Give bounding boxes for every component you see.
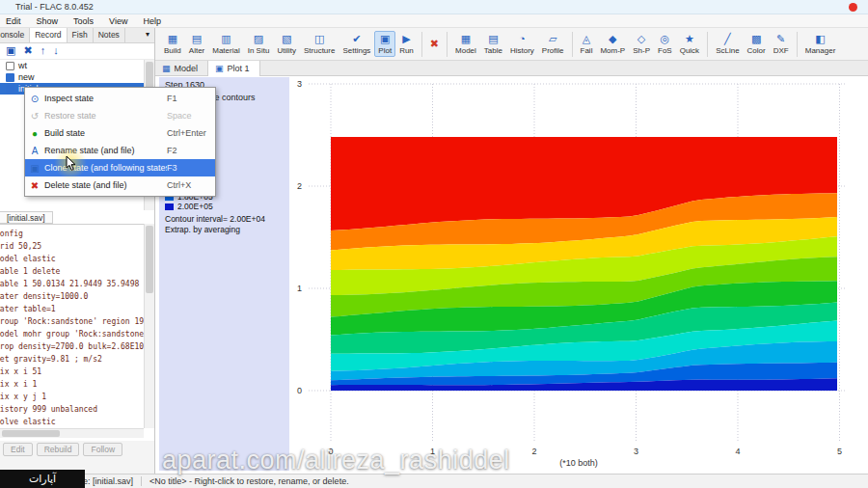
toolbar-item[interactable]: ★ Quick bbox=[676, 31, 703, 57]
svg-text:2: 2 bbox=[531, 447, 536, 456]
toolbar-item[interactable]: ◇ Sh-P bbox=[629, 31, 654, 57]
contour-plot: 0123450123(*10 both) bbox=[289, 76, 864, 474]
mouse-cursor-icon bbox=[66, 156, 79, 172]
material-mode-icon: ▥ bbox=[221, 33, 231, 45]
tree-row[interactable]: new bbox=[0, 71, 144, 83]
record-indicator-icon bbox=[849, 3, 857, 12]
toolbar-item[interactable]: ◎ FoS bbox=[654, 31, 676, 57]
svg-text:2: 2 bbox=[297, 181, 302, 191]
plot-pane: Step 1630 Pore pressure contours 0.00E+0… bbox=[155, 76, 868, 474]
momp-plot-icon: ◆ bbox=[609, 33, 616, 45]
toolbar-item[interactable]: ▦ Model bbox=[451, 31, 480, 57]
code-line: config bbox=[0, 228, 144, 240]
code-line: set gravity=9.81 ; m/s2 bbox=[0, 353, 144, 366]
toolbar-item[interactable]: ▤ Table bbox=[480, 31, 506, 57]
plot-tab-icon: ▣ bbox=[215, 64, 224, 73]
build-mode-icon: ▦ bbox=[168, 33, 177, 45]
plot-tab-icon: ▦ bbox=[162, 64, 171, 73]
svg-text:0: 0 bbox=[297, 386, 302, 395]
panel-tab[interactable]: Notes bbox=[94, 28, 125, 42]
menu-item[interactable]: Edit bbox=[6, 16, 21, 26]
toolbar-item[interactable]: ◬ Fail bbox=[577, 31, 597, 57]
insitu-mode-icon: ▨ bbox=[254, 33, 263, 45]
context-menu-item[interactable]: ↺ Restore state Space bbox=[25, 107, 215, 124]
menu-item[interactable]: Tools bbox=[73, 16, 94, 26]
delete-icon: ✖ bbox=[25, 180, 44, 191]
legend-swatch bbox=[165, 203, 174, 210]
context-menu-item[interactable]: ● Build state Ctrl+Enter bbox=[25, 124, 215, 142]
plot-mode-icon: ▣ bbox=[380, 33, 390, 45]
code-line: model mohr group 'Rock:sandstone' bbox=[0, 328, 144, 340]
window-title: Trial - FLAC 8.0.452 bbox=[15, 2, 94, 12]
toolbar-item[interactable]: ▨ In Situ bbox=[244, 31, 274, 57]
code-scrollbar[interactable] bbox=[144, 224, 154, 428]
fail-plot-icon: ◬ bbox=[583, 33, 590, 45]
plot-tab-bar: ▦ Model ▣ Plot 1 bbox=[155, 61, 868, 76]
move-up-icon[interactable]: ↑ bbox=[41, 45, 46, 56]
panel-tab[interactable]: Fish bbox=[68, 28, 94, 42]
code-line: table 1 delete bbox=[0, 265, 144, 278]
legend-note: Extrap. by averaging bbox=[165, 225, 289, 235]
menu-bar: EditShowToolsViewHelp bbox=[0, 14, 868, 28]
svg-text:3: 3 bbox=[634, 447, 638, 456]
delete-icon[interactable]: ✖ bbox=[23, 45, 32, 56]
dxf-icon: ✎ bbox=[776, 33, 785, 45]
rename-icon: A bbox=[25, 146, 44, 156]
run-mode-icon: ▶ bbox=[402, 33, 410, 45]
restore-icon: ↺ bbox=[25, 111, 44, 122]
context-menu-item[interactable]: A Rename state (and file) F2 bbox=[25, 142, 215, 159]
settings-mode-icon: ✔ bbox=[352, 33, 361, 45]
toolbar-item[interactable]: ◆ Mom-P bbox=[596, 31, 629, 57]
toolbar-item[interactable]: ◔ History bbox=[506, 31, 538, 57]
structure-mode-icon: ◫ bbox=[314, 33, 324, 45]
svg-text:1: 1 bbox=[297, 284, 302, 293]
code-line: water table=1 bbox=[0, 303, 144, 315]
toolbar-item[interactable]: ▦ Build bbox=[160, 31, 185, 57]
record-button[interactable]: Rebuild bbox=[37, 443, 80, 456]
toolbar-item[interactable]: ✖ bbox=[426, 36, 443, 53]
file-tab[interactable]: [initial.sav] bbox=[0, 211, 53, 224]
svg-text:(*10 both): (*10 both) bbox=[559, 458, 598, 468]
toolbar-item[interactable]: ▣ Plot bbox=[374, 31, 395, 57]
plot-tab[interactable]: ▦ Model bbox=[155, 61, 208, 76]
menu-item[interactable]: Help bbox=[143, 16, 161, 26]
panel-tab[interactable]: Record bbox=[30, 28, 67, 42]
legend-level: 2.00E+05 bbox=[165, 202, 289, 211]
record-code-view[interactable]: configgrid 50,25model elastictable 1 del… bbox=[0, 224, 144, 428]
state-icon bbox=[6, 73, 14, 82]
code-line: history 999 unbalanced bbox=[0, 403, 144, 416]
tab-overflow-arrow-icon[interactable]: ▾ bbox=[143, 28, 152, 41]
toolbar-item[interactable]: ✔ Settings bbox=[339, 31, 374, 57]
toolbar-item[interactable]: ▩ Color bbox=[744, 31, 770, 57]
table-plot-icon: ▤ bbox=[488, 33, 498, 45]
toolbar-item[interactable]: ▥ Material bbox=[208, 31, 243, 57]
tree-row[interactable]: wt bbox=[0, 60, 144, 71]
code-hscrollbar[interactable] bbox=[0, 428, 144, 438]
panel-tab[interactable]: Console bbox=[0, 28, 30, 42]
toolbar-item[interactable]: ╱ ScLine bbox=[712, 31, 743, 57]
toolbar-item[interactable]: ◫ Structure bbox=[300, 31, 339, 57]
menu-item[interactable]: View bbox=[109, 16, 127, 26]
status-bar: State: [initial.sav] <No title> - Right-… bbox=[0, 474, 868, 488]
quick-plot-icon: ★ bbox=[685, 33, 694, 45]
context-menu-item[interactable]: ⊙ Inspect state F1 bbox=[25, 90, 215, 107]
toolbar-item[interactable]: ▤ Alter bbox=[185, 31, 208, 57]
toolbar-item[interactable]: ◧ Manager bbox=[801, 31, 840, 57]
save-icon[interactable]: ▣ bbox=[6, 45, 15, 56]
code-line: fix x i 1 bbox=[0, 378, 144, 391]
menu-item[interactable]: Show bbox=[37, 16, 59, 26]
context-menu-item[interactable]: ✖ Delete state (and file) Ctrl+X bbox=[25, 176, 215, 194]
toolbar-item[interactable]: ✎ DXF bbox=[770, 31, 793, 57]
move-down-icon[interactable]: ↓ bbox=[53, 45, 59, 56]
record-button[interactable]: Edit bbox=[3, 443, 33, 456]
profile-plot-icon: ▱ bbox=[549, 33, 556, 45]
toolbar-item[interactable]: ▱ Profile bbox=[538, 31, 568, 57]
code-line: grid 50,25 bbox=[0, 240, 144, 253]
toolbar-item[interactable]: ▶ Run bbox=[395, 31, 418, 57]
watermark: aparat.com/alireza_rashiddel bbox=[162, 446, 510, 475]
toolbar-item[interactable]: ▧ Utility bbox=[273, 31, 300, 57]
shp-plot-icon: ◇ bbox=[637, 33, 645, 45]
record-button[interactable]: Follow bbox=[83, 443, 122, 456]
plot-tab[interactable]: ▣ Plot 1 bbox=[208, 61, 260, 76]
code-line: solve elastic bbox=[0, 416, 144, 428]
